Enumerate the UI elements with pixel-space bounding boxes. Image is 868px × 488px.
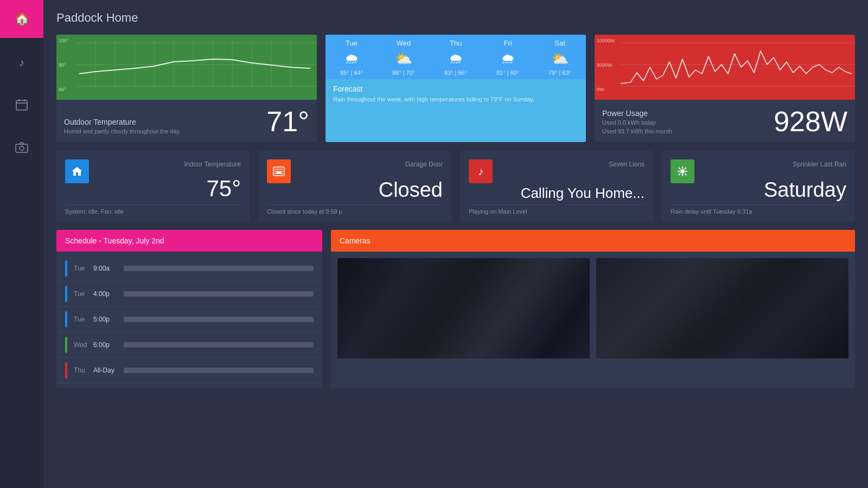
svg-line-33 — [679, 168, 680, 169]
schedule-desc-2 — [124, 317, 314, 322]
top-row: 100° 80° 60° — [56, 35, 855, 142]
cameras-header: Cameras — [331, 230, 855, 252]
schedule-row-4: Thu All-Day — [56, 358, 322, 383]
schedule-time-3: 6:00p — [93, 341, 119, 349]
forecast-day-thu: Thu 🌧 83° | 66° — [430, 39, 482, 76]
forecast-day-name-0: Tue — [326, 39, 378, 47]
sidebar: 🏠 ♪ — [0, 0, 43, 488]
main-content: Paddock Home 100° 80° 60° — [43, 0, 868, 399]
schedule-time-0: 9:00a — [93, 265, 119, 272]
mid-row: Indoor Temperature 75° System: idle, Fan… — [56, 151, 855, 221]
garage-door-footer: Closed since today at 9:59 p — [267, 204, 443, 215]
outdoor-temp-subtitle: Humid and partly cloudy throughout the d… — [64, 127, 181, 136]
forecast-day-name-2: Thu — [430, 39, 482, 47]
power-stat2: Used 93.7 kWh this month — [602, 127, 672, 136]
garage-door-tile[interactable]: Garage Door Closed Closed since today at… — [258, 151, 451, 221]
home-icon: 🏠 — [15, 12, 29, 26]
schedule-indicator-3 — [65, 337, 67, 353]
power-value: 928W — [774, 107, 847, 136]
indoor-temp-tile[interactable]: Indoor Temperature 75° System: idle, Fan… — [56, 151, 250, 221]
schedule-day-1: Tue — [74, 290, 93, 298]
forecast-day-fri: Fri 🌧 81° | 60° — [482, 39, 534, 76]
forecast-day-name-4: Sat — [534, 39, 586, 47]
cameras-grid — [331, 252, 855, 365]
music-footer: Playing on Main Level — [469, 204, 644, 215]
sprinkler-label: Sprinkler Last Ran — [793, 160, 846, 168]
schedule-indicator-1 — [65, 286, 67, 302]
forecast-header: Tue 🌧 85° | 64° Wed ⛅ 86° | 70° Thu 🌧 83… — [326, 35, 586, 79]
outdoor-y-label-80: 80° — [59, 62, 69, 68]
music-tile[interactable]: ♪ Seven Lions Calling You Home... Playin… — [460, 151, 653, 221]
forecast-card: Tue 🌧 85° | 64° Wed ⛅ 86° | 70° Thu 🌧 83… — [326, 35, 586, 142]
music-value: Calling You Home... — [521, 185, 644, 202]
forecast-temp-3: 81° | 60° — [482, 69, 534, 76]
outdoor-temp-card: 100° 80° 60° — [56, 35, 317, 142]
svg-rect-4 — [16, 144, 28, 152]
schedule-card: Schedule - Tuesday, July 2nd Tue 9:00a T… — [56, 230, 322, 388]
garage-door-label: Garage Door — [405, 160, 443, 168]
bottom-row: Schedule - Tuesday, July 2nd Tue 9:00a T… — [56, 230, 855, 388]
schedule-desc-3 — [124, 342, 314, 348]
schedule-row-1: Tue 4:00p — [56, 281, 322, 307]
svg-line-36 — [685, 168, 686, 169]
camera-feed-2[interactable] — [596, 258, 848, 358]
forecast-icon-1: ⛅ — [378, 50, 430, 67]
svg-point-28 — [680, 169, 685, 174]
forecast-day-name-3: Fri — [482, 39, 534, 47]
outdoor-temp-value-row: Outdoor Temperature Humid and partly clo… — [64, 107, 309, 136]
sprinkler-tile[interactable]: Sprinkler Last Ran Saturday Rain delay u… — [662, 151, 855, 221]
forecast-day-wed: Wed ⛅ 86° | 70° — [378, 39, 430, 76]
sidebar-item-music[interactable]: ♪ — [0, 43, 43, 81]
sprinkler-icon — [671, 159, 694, 183]
power-y-label-10000: 10000W — [597, 38, 615, 43]
svg-rect-0 — [16, 100, 27, 110]
forecast-icon-2: 🌧 — [430, 50, 482, 67]
forecast-temp-1: 86° | 70° — [378, 69, 430, 76]
power-title: Power Usage — [602, 109, 672, 118]
schedule-day-0: Tue — [74, 265, 93, 272]
schedule-row-2: Tue 5:00p — [56, 307, 322, 332]
schedule-time-4: All-Day — [93, 367, 119, 374]
music-icon: ♪ — [19, 56, 24, 69]
schedule-time-2: 5:00p — [93, 316, 119, 323]
sidebar-item-camera[interactable] — [0, 130, 43, 168]
forecast-temp-4: 79° | 63° — [534, 69, 586, 76]
outdoor-temp-title: Outdoor Temperature — [64, 118, 181, 126]
outdoor-y-label-100: 100° — [59, 38, 69, 43]
schedule-list: Tue 9:00a Tue 4:00p Tue 5:00p — [56, 252, 322, 388]
schedule-indicator-0 — [65, 260, 67, 277]
schedule-indicator-4 — [65, 362, 67, 378]
schedule-desc-1 — [124, 291, 314, 297]
camera-feed-1[interactable] — [337, 258, 590, 358]
outdoor-temp-svg — [56, 35, 317, 100]
music-icon: ♪ — [469, 159, 493, 183]
schedule-row-3: Wed 6:00p — [56, 332, 322, 358]
indoor-temp-icon — [65, 159, 89, 183]
schedule-desc-0 — [124, 266, 314, 271]
indoor-temp-label: Indoor Temperature — [184, 160, 241, 168]
schedule-row-0: Tue 9:00a — [56, 256, 322, 281]
power-value-row: Power Usage Used 0.0 kWh today Used 93.7… — [602, 107, 847, 136]
outdoor-temp-value: 71° — [266, 107, 309, 136]
svg-rect-25 — [275, 169, 283, 170]
power-y-label-5000: 5000W — [597, 62, 615, 68]
schedule-indicator-2 — [65, 311, 67, 328]
garage-door-value: Closed — [379, 178, 443, 202]
cameras-card: Cameras — [331, 230, 855, 388]
forecast-day-sat: Sat ⛅ 79° | 63° — [534, 39, 586, 76]
power-svg — [595, 35, 855, 100]
forecast-description: Rain throughout the week, with high temp… — [333, 95, 578, 104]
svg-line-35 — [679, 174, 680, 175]
sidebar-item-home[interactable]: 🏠 — [0, 0, 43, 38]
camera-noise-2 — [596, 258, 848, 358]
sidebar-item-calendar[interactable] — [0, 87, 43, 125]
forecast-icon-3: 🌧 — [482, 50, 534, 67]
schedule-day-2: Tue — [74, 316, 93, 323]
schedule-day-3: Wed — [74, 341, 93, 349]
camera-icon — [15, 142, 28, 156]
outdoor-temp-chart: 100° 80° 60° — [56, 35, 317, 100]
indoor-temp-value: 75° — [206, 176, 241, 202]
forecast-icon-4: ⛅ — [534, 50, 586, 67]
schedule-day-4: Thu — [74, 367, 93, 374]
power-chart: 10000W 5000W 0W 11p1a 3a5a 7a9a 11a1p 3 — [595, 35, 855, 100]
